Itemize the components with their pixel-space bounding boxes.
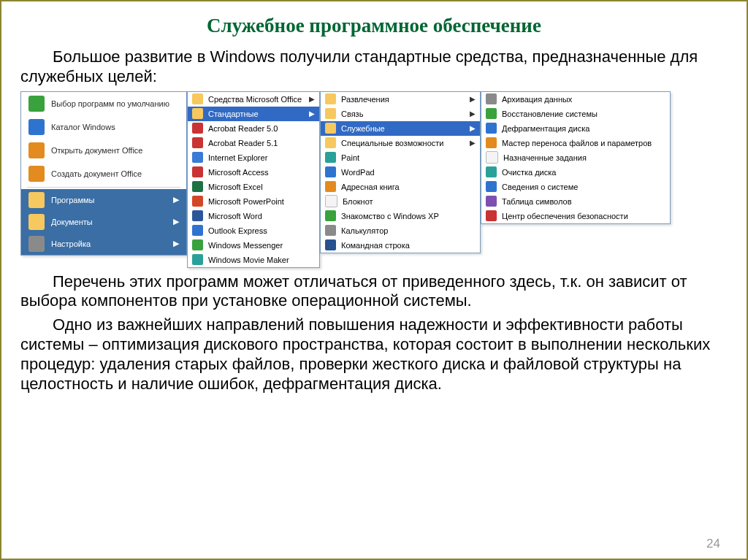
menu-item[interactable]: Знакомство с Windows XP xyxy=(321,209,480,223)
menu-item[interactable]: Специальные возможности▶ xyxy=(321,136,480,150)
app-icon xyxy=(325,108,336,119)
menu-item[interactable]: Адресная книга xyxy=(321,180,480,194)
start-item[interactable]: Создать документ Office xyxy=(21,162,186,185)
app-icon xyxy=(192,137,203,148)
start-item[interactable]: Каталог Windows xyxy=(21,115,186,139)
app-icon xyxy=(192,196,203,207)
intro-paragraph: Большое развитие в Windows получили стан… xyxy=(20,47,728,87)
submenu-arrow-icon: ▶ xyxy=(173,217,179,226)
menu-item-label: Сведения о системе xyxy=(502,183,578,191)
menu-item[interactable]: Acrobat Reader 5.0 xyxy=(188,121,319,136)
app-icon xyxy=(486,123,497,134)
submenu-arrow-icon: ▶ xyxy=(173,195,179,204)
app-icon xyxy=(325,123,336,134)
menu-item[interactable]: Блокнот xyxy=(321,194,480,209)
app-icon xyxy=(325,210,336,221)
menu-item[interactable]: Мастер переноса файлов и параметров xyxy=(481,136,670,150)
app-icon xyxy=(486,181,497,192)
start-item[interactable]: Настройка▶ xyxy=(21,233,186,255)
menu-item[interactable]: Восстановление системы xyxy=(481,107,670,121)
menu-item-label: Microsoft Access xyxy=(208,168,269,177)
menu-item-label: Специальные возможности xyxy=(341,139,443,147)
menu-item[interactable]: Командная строка xyxy=(321,238,480,253)
menu-item-label: Очистка диска xyxy=(502,168,556,177)
system-tools-menu: Архивация данныхВосстановление системыДе… xyxy=(481,91,671,224)
menu-item-label: Развлечения xyxy=(341,95,389,104)
menu-item[interactable]: WordPad xyxy=(321,165,480,180)
start-item[interactable]: Программы▶ xyxy=(21,189,186,211)
submenu-arrow-icon: ▶ xyxy=(470,139,476,147)
menu-item[interactable]: Таблица символов xyxy=(481,194,670,209)
menu-item-label: Средства Microsoft Office xyxy=(208,95,302,104)
app-icon xyxy=(325,152,336,163)
app-icon xyxy=(192,152,203,163)
menu-item[interactable]: Калькулятор xyxy=(321,223,480,238)
menu-item[interactable]: Paint xyxy=(321,150,480,165)
app-icon xyxy=(192,181,203,192)
menu-item-label: Знакомство с Windows XP xyxy=(341,212,439,220)
start-item-label: Документы xyxy=(51,218,93,226)
start-item-label: Выбор программ по умолчанию xyxy=(51,99,169,108)
menu-item-label: Microsoft Word xyxy=(208,212,262,220)
menu-item-label: Outlook Express xyxy=(208,226,267,235)
app-icon xyxy=(28,166,45,182)
menu-item-label: Таблица символов xyxy=(502,197,572,206)
submenu-arrow-icon: ▶ xyxy=(309,95,315,103)
standard-menu: Развлечения▶Связь▶Служебные▶Специальные … xyxy=(320,91,481,253)
app-icon xyxy=(28,142,45,158)
menu-item[interactable]: Связь▶ xyxy=(321,107,480,121)
menus-screenshot: Выбор программ по умолчаниюКаталог Windo… xyxy=(15,91,730,268)
menu-item-label: Связь xyxy=(341,110,363,118)
paragraph-3: Одно из важнейших направлений повышения … xyxy=(20,315,728,394)
menu-item[interactable]: Очистка диска xyxy=(481,165,670,180)
app-icon xyxy=(192,210,203,221)
programs-menu: Средства Microsoft Office▶Стандартные▶Ac… xyxy=(187,91,320,268)
menu-item-label: Acrobat Reader 5.0 xyxy=(208,124,278,133)
menu-item[interactable]: Дефрагментация диска xyxy=(481,121,670,136)
menu-item[interactable]: Outlook Express xyxy=(188,223,319,238)
menu-item[interactable]: Служебные▶ xyxy=(321,121,480,136)
menu-item[interactable]: Windows Movie Maker xyxy=(188,253,319,267)
menu-item[interactable]: Microsoft Word xyxy=(188,209,319,223)
app-icon xyxy=(325,239,336,250)
app-icon xyxy=(486,166,497,177)
menu-item[interactable]: Центр обеспечения безопасности xyxy=(481,209,670,223)
menu-item-label: Назначенные задания xyxy=(503,153,587,162)
menu-item[interactable]: Архивация данных xyxy=(481,92,670,107)
menu-item-label: Архивация данных xyxy=(502,95,572,104)
start-item-label: Программы xyxy=(51,196,94,204)
menu-item-label: Командная строка xyxy=(341,241,410,250)
app-icon xyxy=(192,108,203,119)
submenu-arrow-icon: ▶ xyxy=(173,239,179,248)
app-icon xyxy=(28,96,45,112)
menu-item-label: Стандартные xyxy=(208,110,259,118)
menu-separator xyxy=(27,187,180,188)
start-item[interactable]: Выбор программ по умолчанию xyxy=(21,92,186,115)
menu-item-label: Мастер переноса файлов и параметров xyxy=(502,139,652,147)
menu-item-label: WordPad xyxy=(341,168,375,177)
menu-item-label: Microsoft PowerPoint xyxy=(208,197,284,206)
app-icon xyxy=(28,192,45,208)
start-item[interactable]: Документы▶ xyxy=(21,211,186,233)
start-item-label: Открыть документ Office xyxy=(51,146,143,155)
menu-item[interactable]: Назначенные задания xyxy=(481,150,670,165)
menu-item-label: Internet Explorer xyxy=(208,153,267,162)
menu-item[interactable]: Windows Messenger xyxy=(188,238,319,253)
menu-item[interactable]: Сведения о системе xyxy=(481,180,670,194)
menu-item[interactable]: Microsoft PowerPoint xyxy=(188,194,319,209)
menu-item-label: Служебные xyxy=(341,124,385,133)
app-icon xyxy=(28,214,45,230)
menu-item[interactable]: Стандартные▶ xyxy=(188,107,319,121)
menu-item-label: Paint xyxy=(341,153,359,162)
menu-item-label: Блокнот xyxy=(343,197,373,206)
menu-item[interactable]: Развлечения▶ xyxy=(321,92,480,107)
menu-item[interactable]: Средства Microsoft Office▶ xyxy=(188,92,319,107)
app-icon xyxy=(325,195,337,207)
menu-item[interactable]: Internet Explorer xyxy=(188,150,319,165)
start-item[interactable]: Открыть документ Office xyxy=(21,139,186,162)
menu-item-label: Дефрагментация диска xyxy=(502,124,589,133)
menu-item[interactable]: Microsoft Access xyxy=(188,165,319,180)
menu-item[interactable]: Acrobat Reader 5.1 xyxy=(188,136,319,150)
app-icon xyxy=(325,225,336,236)
menu-item[interactable]: Microsoft Excel xyxy=(188,180,319,194)
